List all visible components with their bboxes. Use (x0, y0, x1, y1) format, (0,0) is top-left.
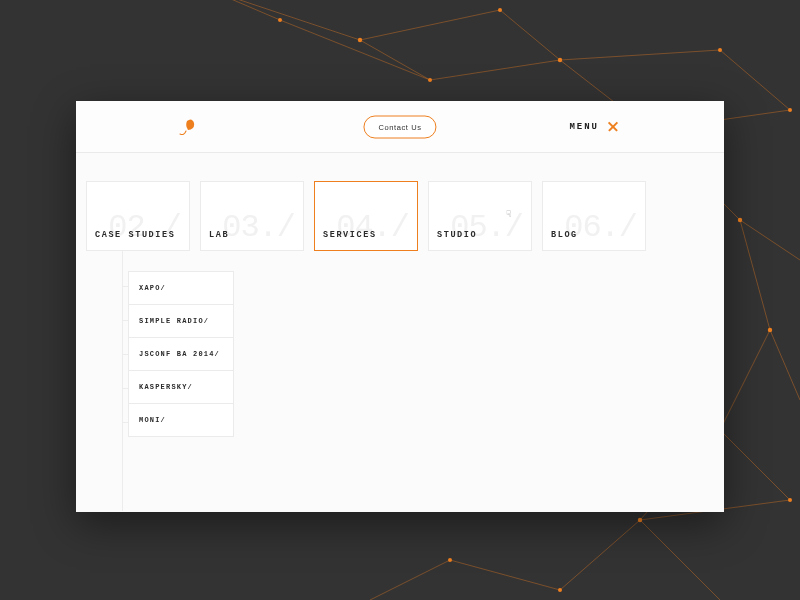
nav-card-studio[interactable]: 05./ STUDIO (428, 181, 532, 251)
svg-line-22 (370, 560, 450, 600)
svg-line-14 (720, 430, 790, 500)
svg-point-29 (788, 108, 792, 112)
svg-line-13 (720, 330, 770, 430)
svg-line-3 (430, 60, 560, 80)
card-number: ./ (76, 212, 77, 244)
svg-point-24 (498, 8, 502, 12)
svg-point-34 (638, 518, 642, 522)
nav-card-case-studies[interactable]: 02./ CASE STUDIES (86, 181, 190, 251)
card-label: STUDIO (437, 230, 477, 240)
svg-line-1 (360, 10, 500, 40)
svg-point-36 (448, 558, 452, 562)
menu-canvas: ./ 02./ CASE STUDIES 03./ LAB 04./ SERVI… (76, 153, 724, 512)
card-label: CASE STUDIES (95, 230, 175, 240)
balloon-icon (178, 118, 200, 136)
case-studies-submenu: XAPO/ SIMPLE RADIO/ JSCONF BA 2014/ KASP… (128, 271, 234, 437)
menu-label: MENU (569, 122, 599, 132)
svg-point-37 (278, 18, 282, 22)
close-icon (607, 121, 618, 132)
svg-point-23 (358, 38, 362, 42)
svg-point-26 (558, 58, 562, 62)
submenu-item-xapo[interactable]: XAPO/ (128, 271, 234, 305)
submenu-spine (122, 251, 123, 511)
submenu-item-simple-radio[interactable]: SIMPLE RADIO/ (128, 305, 234, 338)
header-bar: Contact Us MENU (76, 101, 724, 153)
nav-card-blog[interactable]: 06./ BLOG (542, 181, 646, 251)
svg-point-30 (738, 218, 742, 222)
svg-point-33 (788, 498, 792, 502)
logo[interactable] (178, 118, 200, 136)
submenu-item-kaspersky[interactable]: KASPERSKY/ (128, 371, 234, 404)
submenu-item-moni[interactable]: MONI/ (128, 404, 234, 437)
svg-point-25 (428, 78, 432, 82)
contact-us-button[interactable]: Contact Us (363, 115, 436, 138)
card-label: SERVICES (323, 230, 377, 240)
svg-line-21 (450, 560, 560, 590)
svg-line-19 (280, 20, 430, 80)
svg-line-11 (740, 220, 770, 330)
svg-line-0 (210, 0, 360, 40)
svg-line-2 (360, 40, 430, 80)
svg-line-7 (720, 50, 790, 110)
svg-line-12 (770, 330, 800, 400)
card-label: LAB (209, 230, 229, 240)
menu-toggle[interactable]: MENU (569, 121, 618, 132)
nav-card-lab[interactable]: 03./ LAB (200, 181, 304, 251)
svg-point-31 (768, 328, 772, 332)
svg-point-27 (718, 48, 722, 52)
nav-card-services[interactable]: 04./ SERVICES (314, 181, 418, 251)
submenu-item-jsconf[interactable]: JSCONF BA 2014/ (128, 338, 234, 371)
card-label: BLOG (551, 230, 578, 240)
svg-line-5 (560, 50, 720, 60)
svg-line-4 (500, 10, 560, 60)
svg-line-17 (560, 520, 640, 590)
svg-line-18 (640, 520, 720, 600)
app-window: Contact Us MENU ./ 02./ CASE STUDIES 03.… (76, 101, 724, 512)
nav-card-row: ./ 02./ CASE STUDIES 03./ LAB 04./ SERVI… (76, 181, 724, 251)
card-number: 03./ (222, 212, 295, 244)
svg-point-35 (558, 588, 562, 592)
